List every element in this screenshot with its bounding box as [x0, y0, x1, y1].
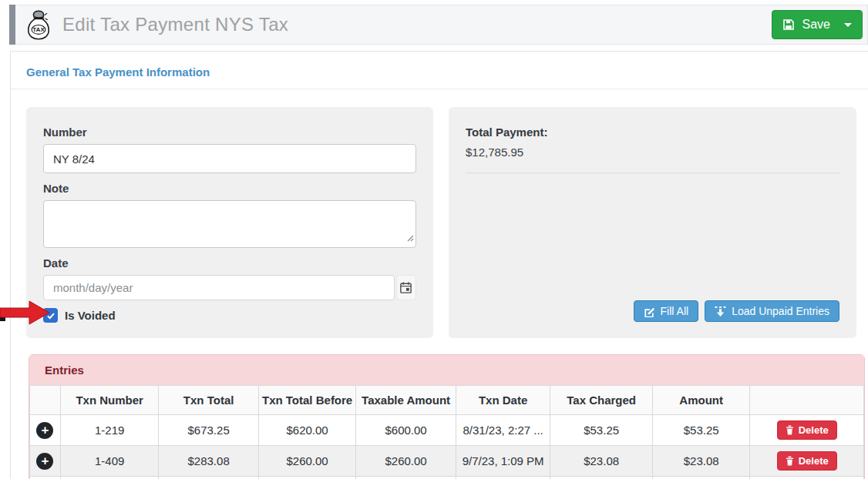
save-dropdown-caret-icon[interactable] — [844, 23, 852, 27]
taxable-amount-cell: $260.00 — [356, 446, 456, 477]
tax-money-bag-icon: TAX — [25, 10, 52, 40]
load-unpaid-entries-label: Load Unpaid Entries — [732, 305, 829, 317]
table-row: + 1-219 $673.25 $620.00 $600.00 8/31/23,… — [30, 415, 864, 446]
col-txn-total: Txn Total — [159, 386, 258, 415]
fill-all-button[interactable]: Fill All — [634, 300, 699, 322]
delete-button-label: Delete — [799, 424, 829, 436]
header-panel: TAX Edit Tax Payment NYS Tax Save — [15, 5, 868, 45]
entries-table: Txn Number Txn Total Txn Total Before Ta… — [29, 385, 864, 479]
txn-number-cell: 1-219 — [60, 415, 159, 446]
delete-button-label: Delete — [799, 455, 829, 467]
amount-cell: $53.25 — [652, 415, 750, 446]
date-input[interactable] — [43, 275, 395, 300]
floppy-disk-icon — [782, 18, 795, 31]
expand-row-button[interactable]: + — [36, 453, 53, 470]
save-button[interactable]: Save — [772, 10, 863, 39]
svg-text:TAX: TAX — [32, 26, 45, 33]
delete-row-button[interactable]: Delete — [777, 420, 837, 440]
total-payment-value: $12,785.95 — [466, 146, 839, 159]
txn-total-before-cell: $260.00 — [258, 446, 356, 477]
number-input[interactable] — [43, 144, 416, 173]
tax-charged-cell: $53.25 — [550, 415, 653, 446]
total-payment-label: Total Payment: — [466, 126, 839, 139]
section-heading: General Tax Payment Information — [11, 52, 868, 79]
txn-date-cell: 8/31/23, 2:27 ... — [456, 415, 550, 446]
col-amount: Amount — [652, 386, 750, 415]
number-label: Number — [43, 126, 416, 139]
txn-total-cell: $283.08 — [159, 446, 258, 477]
table-row: + 1-409 $283.08 $260.00 $260.00 9/7/23, … — [30, 446, 864, 477]
col-taxable-amount: Taxable Amount — [356, 386, 456, 415]
table-row-partial — [30, 477, 864, 479]
col-txn-number: Txn Number — [60, 386, 159, 415]
expand-row-button[interactable]: + — [36, 422, 53, 439]
summary-divider — [466, 173, 839, 173]
entries-title: Entries — [29, 355, 864, 385]
amount-cell: $23.08 — [652, 446, 750, 477]
header-accent-bar — [9, 5, 15, 45]
page-title: Edit Tax Payment NYS Tax — [62, 14, 288, 35]
save-button-label: Save — [802, 18, 830, 32]
download-arrow-icon — [715, 306, 726, 317]
trash-icon — [786, 425, 794, 435]
col-tax-charged: Tax Charged — [550, 386, 653, 415]
taxable-amount-cell: $600.00 — [356, 415, 456, 446]
txn-date-cell: 9/7/23, 1:09 PM — [456, 446, 550, 477]
note-label: Note — [43, 182, 416, 195]
calendar-picker-button[interactable] — [396, 275, 416, 300]
date-label: Date — [43, 256, 416, 270]
load-unpaid-entries-button[interactable]: Load Unpaid Entries — [705, 300, 839, 322]
edit-pencil-icon — [644, 306, 655, 317]
col-actions — [750, 386, 864, 415]
txn-total-cell: $673.25 — [159, 415, 258, 446]
is-voided-label: Is Voided — [65, 309, 116, 322]
delete-row-button[interactable]: Delete — [777, 451, 837, 471]
content-panel: General Tax Payment Information Number N… — [10, 51, 868, 479]
col-expand — [30, 386, 61, 415]
txn-total-before-cell: $620.00 — [258, 415, 356, 446]
txn-number-cell: 1-409 — [60, 446, 159, 477]
trash-icon — [786, 456, 794, 466]
col-txn-date: Txn Date — [456, 386, 550, 415]
col-txn-total-before: Txn Total Before — [258, 386, 356, 415]
payment-summary-card: Total Payment: $12,785.95 Fill All — [449, 107, 856, 338]
is-voided-checkbox[interactable] — [43, 308, 58, 323]
fill-all-label: Fill All — [661, 305, 689, 317]
page-header: TAX Edit Tax Payment NYS Tax Save — [9, 5, 868, 45]
textarea-resize-grip-icon[interactable] — [407, 231, 414, 245]
payment-form-card: Number Note Date — [26, 107, 433, 338]
entries-card: Entries Txn Number Txn Total Txn Total B… — [29, 354, 865, 479]
tax-charged-cell: $23.08 — [550, 446, 653, 477]
entries-table-header-row: Txn Number Txn Total Txn Total Before Ta… — [30, 386, 864, 415]
note-textarea[interactable] — [43, 200, 416, 248]
section-divider — [11, 89, 868, 89]
calendar-icon — [399, 281, 412, 294]
